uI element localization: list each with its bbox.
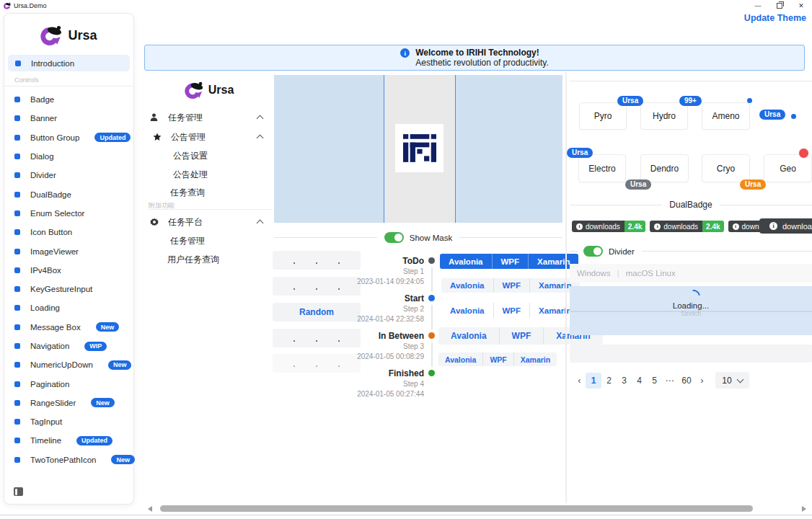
status-badge: WIP — [84, 342, 107, 351]
divider-toggle-label: Divider — [609, 247, 635, 256]
title-bar: Ursa.Demo — ✕ — [0, 0, 812, 12]
ursa-logo-text: Ursa — [68, 28, 97, 43]
sidebar-item-imageviewer[interactable]: ImageViewer — [4, 241, 133, 260]
square-bullet-icon — [14, 400, 20, 406]
page-size-dropdown[interactable]: 10 — [715, 372, 749, 389]
button-group-light: Avalonia WPF Xamarin — [441, 278, 580, 293]
masked-content-text: Stretch — [570, 310, 812, 317]
menu-item-user-task-query[interactable]: 用户任务查询 — [167, 253, 219, 266]
sidebar-item-divider[interactable]: Divider — [4, 166, 133, 185]
scroll-right-icon[interactable] — [802, 506, 806, 512]
badge-card-dendro: Dendro — [640, 154, 689, 182]
sidebar-item-loading[interactable]: Loading — [4, 298, 133, 317]
viewer-guide-line[interactable] — [384, 75, 385, 223]
sidebar-section-controls: Controls — [14, 76, 133, 84]
menu-item-announcement-settings[interactable]: 公告设置 — [173, 149, 208, 162]
update-theme-button[interactable]: Update Theme — [744, 13, 806, 23]
prev-page-button[interactable]: ‹ — [573, 373, 586, 389]
wpf-button[interactable]: WPF — [493, 303, 530, 318]
avalonia-button[interactable]: Avalonia — [440, 254, 492, 269]
badge-card-cryo: Cryo — [702, 154, 750, 182]
wpf-button[interactable]: WPF — [493, 278, 530, 293]
menu-item-announcement-processing[interactable]: 公告处理 — [173, 168, 208, 181]
scroll-left-icon[interactable] — [148, 506, 152, 512]
show-mask-toggle[interactable] — [384, 232, 404, 243]
restore-button[interactable] — [769, 0, 790, 12]
sidebar-item-timeline[interactable]: TimelineUpdated — [4, 431, 133, 450]
timeline-time: 2024-01-04 22:32:58 — [317, 315, 424, 323]
menu-item-task-platform[interactable]: 任务平台 — [149, 216, 268, 229]
wpf-button[interactable]: WPF — [492, 254, 529, 269]
sidebar-item-navigation[interactable]: NavigationWIP — [4, 337, 133, 355]
square-bullet-icon — [14, 249, 20, 254]
sidebar-item-message-box[interactable]: Message BoxNew — [4, 318, 133, 337]
menu-item-announcement-management[interactable]: 公告管理 — [152, 130, 268, 143]
window-title: Ursa.Demo — [14, 2, 47, 9]
avalonia-button[interactable]: Avalonia — [441, 303, 493, 318]
viewer-guide-line[interactable] — [455, 75, 456, 223]
count-badge: 99+ — [679, 96, 702, 106]
avalonia-button[interactable]: Avalonia — [438, 352, 482, 366]
sidebar-item-taginput[interactable]: TagInput — [4, 412, 133, 431]
timeline-dot-inbetween — [428, 332, 435, 339]
sidebar-logo: Ursa — [4, 22, 133, 48]
sidebar-item-dualbadge[interactable]: DualBadge — [4, 185, 133, 203]
dualbadge-divider-label: DualBadge — [669, 200, 712, 210]
image-viewer[interactable] — [274, 75, 562, 223]
square-bullet-icon — [14, 210, 20, 216]
button-group-small: Avalonia WPF Xamarin — [438, 352, 557, 366]
welcome-banner: i Welcome to IRIHI Technology! Aesthetic… — [144, 45, 805, 71]
sidebar-item-pagination[interactable]: Pagination — [4, 374, 133, 393]
avalonia-button[interactable]: Avalonia — [441, 278, 493, 293]
page-button-4[interactable]: 4 — [632, 373, 647, 389]
page-button-1[interactable]: 1 — [586, 373, 601, 389]
sidebar-item-dialog[interactable]: Dialog — [4, 147, 133, 166]
sidebar-item-icon-button[interactable]: Icon Button — [4, 223, 133, 241]
panel-separator — [565, 72, 567, 503]
square-bullet-icon — [14, 135, 20, 141]
square-bullet-icon — [14, 267, 20, 273]
xamarin-button[interactable]: Xamarin — [513, 352, 557, 366]
sidebar-item-badge[interactable]: Badge — [4, 90, 133, 109]
page-button-2[interactable]: 2 — [601, 373, 617, 389]
status-badge: New — [96, 322, 120, 332]
page-ellipsis[interactable]: ⋯ — [662, 373, 677, 389]
sidebar-item-numericupdown[interactable]: NumericUpDownNew — [4, 355, 133, 374]
sidebar-item-button-group[interactable]: Button GroupUpdated — [4, 128, 133, 147]
page-button-3[interactable]: 3 — [617, 373, 632, 389]
status-badge: Updated — [76, 436, 112, 445]
collapse-sidebar-icon[interactable] — [14, 487, 23, 496]
sidebar-item-twotonepathicon[interactable]: TwoTonePathIconNew — [4, 451, 133, 469]
timeline-time: 2024-01-05 00:08:29 — [317, 352, 424, 360]
sidebar-item-ipv4box[interactable]: IPv4Box — [4, 261, 133, 280]
sidebar-item-banner[interactable]: Banner — [4, 109, 133, 128]
square-bullet-icon — [14, 457, 20, 463]
menu-item-task-management[interactable]: 任务管理 — [149, 111, 268, 124]
wpf-button[interactable]: WPF — [499, 327, 544, 345]
wpf-button[interactable]: WPF — [482, 352, 513, 366]
avalonia-button[interactable]: Avalonia — [438, 327, 499, 345]
sidebar-item-keygestureinput[interactable]: KeyGestureInput — [4, 280, 133, 298]
dual-badge-large: idownloads — [759, 218, 812, 234]
dual-badge: idownloads 2.4k — [572, 221, 645, 232]
page-button-5[interactable]: 5 — [647, 373, 662, 389]
next-page-button[interactable]: › — [696, 373, 708, 389]
sidebar-item-rangeslider[interactable]: RangeSliderNew — [4, 394, 133, 412]
page-button-60[interactable]: 60 — [677, 373, 696, 389]
menu-item-task-query[interactable]: 任务查询 — [170, 186, 205, 199]
timeline-dot-start — [428, 295, 435, 301]
sidebar: Ursa Introduction Controls Badge Banner … — [4, 13, 134, 505]
divider-toggle[interactable] — [583, 246, 603, 257]
chevron-up-icon — [257, 115, 264, 123]
sidebar-item-introduction[interactable]: Introduction — [8, 55, 130, 71]
divider-demo-disabled: Windows | macOS Linux — [570, 264, 812, 283]
horizontal-scrollbar[interactable] — [160, 505, 753, 512]
red-dot-badge — [798, 148, 809, 159]
loading-text: Loading... — [570, 301, 812, 310]
close-button[interactable]: ✕ — [790, 0, 812, 12]
menu-item-task-management-sub[interactable]: 任务管理 — [170, 234, 205, 247]
minimize-button[interactable]: — — [747, 0, 769, 12]
timeline-connector — [431, 267, 433, 292]
square-bullet-icon — [14, 172, 20, 178]
sidebar-item-enum-selector[interactable]: Enum Selector — [4, 204, 133, 223]
